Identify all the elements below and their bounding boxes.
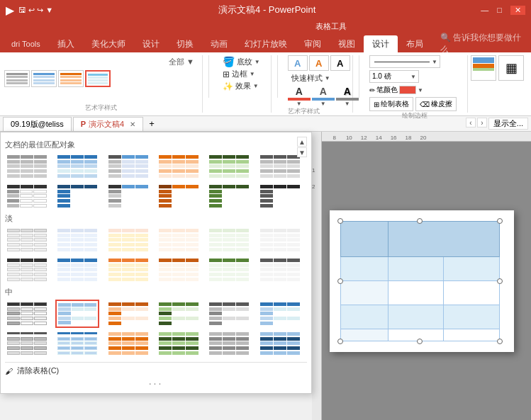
tab-review[interactable]: 审阅 (296, 35, 330, 52)
section-title-medium: 中 (5, 287, 307, 297)
light-style-9[interactable] (106, 256, 150, 284)
medium-style-12[interactable] (258, 329, 302, 358)
line-weight-select[interactable]: 1.0 磅 ▼ (369, 70, 419, 83)
handle-tl[interactable] (337, 218, 343, 224)
show-all-tabs-btn[interactable]: 显示全... (488, 118, 528, 130)
quick-style-btn[interactable]: 快速样式 ▼ (288, 72, 334, 84)
style-item-11[interactable] (207, 182, 251, 210)
close-btn[interactable]: ✕ (510, 6, 525, 15)
all-styles-btn[interactable]: 全部 ▼ (165, 55, 198, 69)
slide-canvas[interactable] (330, 210, 514, 352)
handle-tm[interactable] (417, 218, 423, 224)
quick-style-3[interactable]: A (330, 55, 350, 71)
style-item-8[interactable] (55, 182, 99, 210)
separator-1 (208, 55, 209, 98)
dropdown-scroll-up[interactable]: ▲ (297, 137, 307, 147)
quick-access: 🖫 ↩ ↪ ▼ (18, 6, 53, 15)
clear-table-btn[interactable]: 🖌 清除表格(C) (5, 362, 307, 376)
style-item-12[interactable] (258, 182, 302, 210)
handle-bm[interactable] (417, 339, 423, 344)
draw-table-btn[interactable]: ⊞绘制表格 (369, 97, 413, 111)
table-container[interactable] (340, 221, 500, 341)
table-style-thumb-3[interactable] (58, 70, 84, 87)
format-icon-btn[interactable]: ▦ (498, 55, 524, 81)
medium-style-9[interactable] (106, 329, 150, 358)
medium-style-6[interactable] (258, 300, 302, 328)
style-item-4[interactable] (157, 152, 201, 181)
style-item-1[interactable] (5, 152, 49, 181)
light-style-7[interactable] (5, 256, 49, 284)
tab-insert[interactable]: 插入 (49, 35, 83, 52)
medium-style-11[interactable] (207, 329, 251, 358)
tab-file-2[interactable]: P 演示文稿4 ✕ (73, 117, 143, 131)
pen-color-btn[interactable] (399, 86, 416, 94)
medium-style-3[interactable] (106, 300, 150, 328)
tab-nav-prev[interactable]: ‹ (466, 118, 476, 127)
tab-file-1[interactable]: 09.19版@teliss (3, 117, 72, 131)
tab-slideshow[interactable]: 幻灯片放映 (236, 35, 296, 52)
slide-table[interactable] (340, 221, 500, 341)
handle-bl[interactable] (337, 339, 343, 344)
dropdown-scroll-area[interactable]: 文档的最佳匹配对象 (5, 137, 307, 359)
light-style-11[interactable] (207, 256, 251, 284)
light-style-4[interactable] (157, 226, 201, 254)
tab-transitions[interactable]: 切换 (168, 35, 202, 52)
shading-btn[interactable]: 🪣 底纹▼ (219, 55, 267, 68)
light-style-2[interactable] (55, 226, 99, 254)
table-style-thumb-1[interactable] (4, 70, 30, 87)
handle-br[interactable] (497, 339, 503, 344)
tab-nav-next[interactable]: › (477, 118, 487, 127)
light-style-10[interactable] (157, 256, 201, 284)
medium-style-5[interactable] (207, 300, 251, 328)
handle-tr[interactable] (497, 218, 503, 224)
tab-beautify[interactable]: 美化大师 (83, 35, 134, 52)
quick-style-2[interactable]: A (309, 55, 329, 71)
handle-mr[interactable] (497, 278, 503, 284)
chart-icon-btn[interactable] (471, 55, 496, 81)
handle-ml[interactable] (337, 278, 343, 284)
eraser-btn[interactable]: ⌫橡皮擦 (415, 97, 457, 111)
table-style-thumb-2[interactable] (31, 70, 57, 87)
tab-layout[interactable]: 布局 (398, 35, 432, 52)
medium-grid-2 (5, 329, 307, 358)
fill-color-group: A ▼ (288, 86, 311, 107)
light-style-1[interactable] (5, 226, 49, 254)
separator-3 (359, 55, 359, 98)
style-item-3[interactable] (106, 152, 150, 181)
light-style-3[interactable] (106, 226, 150, 254)
medium-style-4[interactable] (157, 300, 201, 328)
style-item-9[interactable] (106, 182, 150, 210)
tab-design-table[interactable]: 设计 (364, 35, 398, 52)
outline-color-group: A ▼ (312, 86, 335, 107)
tab-view[interactable]: 视图 (330, 35, 364, 52)
quick-style-1[interactable]: A (288, 55, 308, 71)
tab-search[interactable]: 🔍 告诉我你想要做什么 (432, 35, 531, 52)
line-style-select[interactable]: ▼ (369, 55, 440, 68)
light-style-6[interactable] (258, 226, 302, 254)
tab-design-slide[interactable]: 设计 (134, 35, 168, 52)
tab-animations[interactable]: 动画 (202, 35, 236, 52)
tab-dri-tools[interactable]: dri Tools (3, 35, 49, 52)
style-item-5[interactable] (207, 152, 251, 181)
style-item-10[interactable] (157, 182, 201, 210)
medium-style-1[interactable] (5, 300, 49, 328)
borders-btn[interactable]: ⊞ 边框▼ (219, 68, 267, 80)
add-tab-btn[interactable]: + (145, 117, 159, 130)
maximize-btn[interactable]: □ (497, 6, 502, 14)
medium-grid-1 (5, 300, 307, 328)
medium-style-8[interactable] (55, 329, 99, 358)
style-item-2[interactable] (55, 152, 99, 181)
effects-btn[interactable]: ✨ 效果▼ (219, 80, 267, 92)
table-style-thumb-4[interactable] (85, 70, 111, 87)
light-style-5[interactable] (207, 226, 251, 254)
tab-close-btn[interactable]: ✕ (130, 120, 135, 128)
minimize-btn[interactable]: — (481, 6, 488, 14)
light-style-8[interactable] (55, 256, 99, 284)
style-item-7[interactable] (5, 182, 49, 210)
medium-style-7[interactable] (5, 329, 49, 358)
dropdown-scroll-down[interactable]: ▼ (297, 147, 307, 157)
medium-style-2[interactable] (55, 300, 99, 328)
medium-style-10[interactable] (157, 329, 201, 358)
style-item-6[interactable] (258, 152, 302, 181)
light-style-12[interactable] (258, 256, 302, 284)
